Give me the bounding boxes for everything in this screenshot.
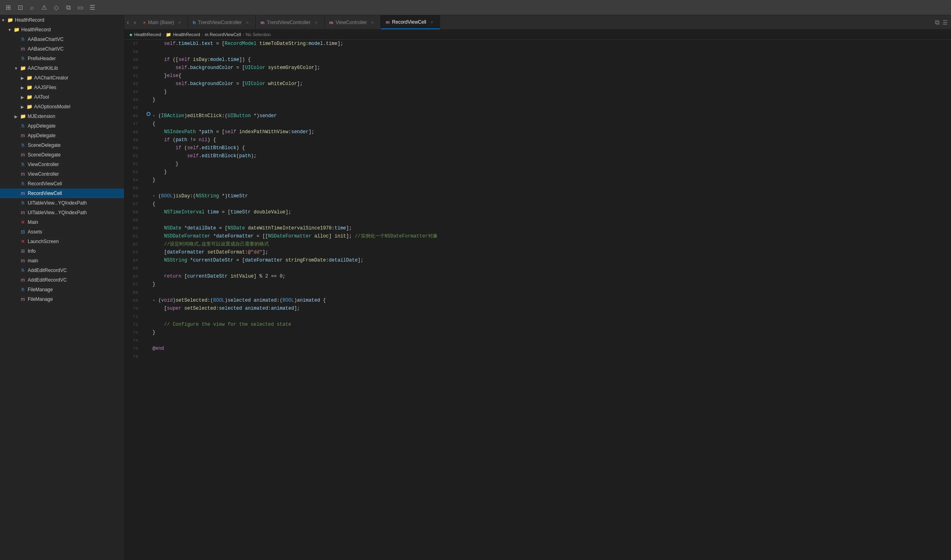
line-content[interactable]: NSDDateFormatter *dateFormatter = [[NSDa… (152, 232, 951, 240)
line-content[interactable]: if ([self isDay:model.time]) { (152, 56, 951, 64)
line-content[interactable]: } (152, 160, 951, 168)
line-content[interactable] (152, 184, 951, 192)
tab-nav-prev[interactable]: ‹ (124, 15, 131, 29)
line-content[interactable] (152, 353, 951, 361)
sidebar-item-aatool[interactable]: ▶ 📁 AATool (0, 92, 124, 102)
line-content[interactable] (152, 104, 951, 112)
line-content[interactable]: } (152, 96, 951, 104)
line-content[interactable]: - (IBAction)editBtnClick:(UIButton *)sen… (152, 112, 951, 120)
sidebar-item-uitableview-1[interactable]: h UITableView...YQIndexPath (0, 198, 124, 208)
line-content[interactable]: if (path != nil) { (152, 136, 951, 144)
line-content[interactable]: self.timeLbl.text = [RecordModel timeToD… (152, 40, 951, 48)
sidebar-item-filemanage-h[interactable]: h FileManage (0, 285, 124, 294)
line-content[interactable] (152, 216, 951, 224)
menu-icon[interactable]: ☰ (943, 19, 948, 26)
sidebar-item-appdelegate-h[interactable]: h AppDelegate (0, 121, 124, 131)
sidebar-item-addeditrecordvc-m[interactable]: m AddEditRecordVC (0, 275, 124, 285)
bookmark-icon[interactable]: ◇ (51, 3, 61, 12)
tab-record-vc[interactable]: m RecordViewCell × (381, 15, 440, 29)
sidebar-item-launchscreen[interactable]: ✕ LaunchScreen (0, 237, 124, 246)
line-content[interactable]: @end (152, 345, 951, 353)
sidebar-item-info[interactable]: ⊞ Info (0, 246, 124, 256)
sidebar-item-appdelegate-m[interactable]: m AppDelegate (0, 131, 124, 140)
tab-view-vc[interactable]: m ViewController × (325, 15, 381, 29)
line-content[interactable]: } (152, 168, 951, 176)
tab-close-button[interactable]: × (177, 19, 183, 26)
breadcrumb-part-2[interactable]: m RecordViewCell (205, 32, 241, 37)
sidebar-item-prefix-header[interactable]: h PrefixHeader (0, 54, 124, 63)
line-content[interactable]: if (self.editBtnBlock) { (152, 144, 951, 152)
sidebar-item-viewcontroller-m[interactable]: m ViewController (0, 169, 124, 179)
line-content[interactable]: - (void)setSelected:(BOOL)selected anima… (152, 296, 951, 304)
sidebar-item-healthrecord-root[interactable]: ▼ 📁 HealthRecord (0, 15, 124, 25)
sidebar-item-aaoptions[interactable]: ▶ 📁 AAOptionsModel (0, 102, 124, 112)
tab-close-button[interactable]: × (313, 19, 319, 26)
sidebar-item-aabases-m[interactable]: m AABaseChartVC (0, 44, 124, 54)
line-gutter (144, 112, 152, 116)
tab-trend-vc-m[interactable]: m TrendViewController × (256, 15, 325, 29)
line-content[interactable]: [super setSelected:selected animated:ani… (152, 304, 951, 312)
line-content[interactable] (152, 337, 951, 345)
sidebar-item-aachartkit-folder[interactable]: ▼ 📁 AAChartKitLib (0, 63, 124, 73)
line-content[interactable]: NSTimeInterval time = [timeStr doubleVal… (152, 208, 951, 216)
sidebar-item-mjextension[interactable]: ▶ 📁 MJExtension (0, 112, 124, 121)
tab-nav-next[interactable]: › (131, 15, 138, 29)
sidebar-item-healthrecord-folder[interactable]: ▼ 📁 HealthRecord (0, 25, 124, 34)
sidebar-item-scenedelegate-h[interactable]: h SceneDelegate (0, 140, 124, 150)
line-number: 42 (124, 80, 144, 88)
line-content[interactable]: [dateFormatter setDateFormat:@"dd"]; (152, 248, 951, 256)
line-content[interactable]: { (152, 120, 951, 128)
sidebar-item-uitableview-2[interactable]: m UITableView...YQIndexPath (0, 208, 124, 217)
sidebar-item-aachartcreator[interactable]: ▶ 📁 AAChartCreator (0, 73, 124, 83)
code-line: 40 self.backgroundColor = [UIColor syste… (124, 64, 951, 72)
sidebar-item-viewcontroller-h[interactable]: h ViewController (0, 160, 124, 169)
sidebar-item-main-x[interactable]: ✕ Main (0, 217, 124, 227)
line-content[interactable]: return [currentDateStr intValue] % 2 == … (152, 272, 951, 280)
layout-icon[interactable]: ⊡ (15, 3, 25, 12)
line-content[interactable]: } (152, 329, 951, 337)
sidebar-item-aabases-h[interactable]: h AABaseChartVC (0, 34, 124, 44)
tab-close-button[interactable]: × (244, 19, 250, 26)
line-number: 57 (124, 200, 144, 208)
line-content[interactable]: NSIndexPath *path = [self indexPathWithV… (152, 128, 951, 136)
line-content[interactable] (152, 288, 951, 296)
tab-main-base[interactable]: × Main (Base) × (138, 15, 188, 29)
line-content[interactable]: //设定时间格式,这里可以设置成自己需要的格式 (152, 240, 951, 248)
line-content[interactable]: self.backgroundColor = [UIColor systemGr… (152, 64, 951, 72)
sidebar-item-filemanage-m[interactable]: m FileManage (0, 294, 124, 304)
line-content[interactable] (152, 48, 951, 56)
line-content[interactable] (152, 312, 951, 321)
grid-icon[interactable]: ⊞ (3, 3, 13, 12)
line-content[interactable]: self.editBtnBlock(path); (152, 152, 951, 160)
sidebar-item-addeditrecordvc-h[interactable]: h AddEditRecordVC (0, 266, 124, 275)
sidebar-item-recordviewcell-m[interactable]: m RecordViewCell (0, 189, 124, 198)
sidebar-item-aajs-files[interactable]: ▶ 📁 AAJSFiles (0, 83, 124, 92)
line-content[interactable] (152, 264, 951, 272)
list-icon[interactable]: ☰ (87, 3, 97, 12)
tab-close-button[interactable]: × (369, 19, 376, 26)
sidebar-item-recordviewcell-h[interactable]: h RecordViewCell (0, 179, 124, 189)
tab-trend-vc-h[interactable]: h TrendViewController × (188, 15, 256, 29)
diff-icon[interactable]: ⧉ (63, 3, 73, 12)
line-content[interactable]: NSString *currentDateStr = [dateFormatte… (152, 256, 951, 264)
breadcrumb-part-0[interactable]: HealthRecord (134, 32, 161, 37)
tab-close-button[interactable]: × (429, 19, 435, 25)
breadcrumb-part-1[interactable]: HealthRecord (173, 32, 200, 37)
rect-icon[interactable]: ▭ (75, 3, 85, 12)
code-editor[interactable]: 37 self.timeLbl.text = [RecordModel time… (124, 40, 951, 560)
line-content[interactable]: } (152, 88, 951, 96)
warning-icon[interactable]: ⚠ (39, 3, 49, 12)
line-content[interactable]: self.backgroundColor = [UIColor whiteCol… (152, 80, 951, 88)
line-content[interactable]: } (152, 280, 951, 288)
split-icon[interactable]: ⧉ (935, 19, 939, 26)
line-content[interactable]: - (BOOL)isDay:(NSString *)timeStr (152, 192, 951, 200)
line-content[interactable]: NSDate *detailDate = [NSDate dateWithTim… (152, 224, 951, 232)
line-content[interactable]: }else{ (152, 72, 951, 80)
search-icon[interactable]: ⌕ (27, 3, 37, 12)
sidebar-item-assets[interactable]: ⊟ Assets (0, 227, 124, 237)
line-content[interactable]: } (152, 176, 951, 184)
line-content[interactable]: // Configure the view for the selected s… (152, 321, 951, 329)
line-content[interactable]: { (152, 200, 951, 208)
sidebar-item-scenedelegate-m[interactable]: m SceneDelegate (0, 150, 124, 160)
sidebar-item-main-m[interactable]: m main (0, 256, 124, 266)
